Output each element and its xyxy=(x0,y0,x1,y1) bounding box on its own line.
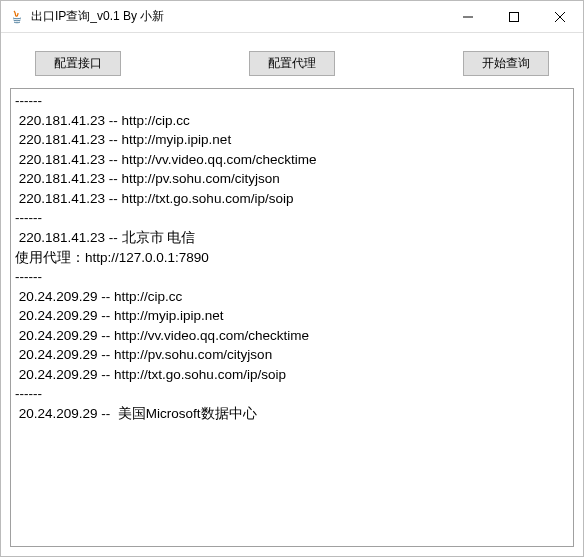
window-title: 出口IP查询_v0.1 By 小新 xyxy=(31,8,445,25)
toolbar: 配置接口 配置代理 开始查询 xyxy=(10,43,574,88)
svg-rect-1 xyxy=(510,12,519,21)
titlebar: 出口IP查询_v0.1 By 小新 xyxy=(1,1,583,33)
minimize-button[interactable] xyxy=(445,1,491,32)
window-controls xyxy=(445,1,583,32)
config-api-button[interactable]: 配置接口 xyxy=(35,51,121,76)
maximize-button[interactable] xyxy=(491,1,537,32)
close-button[interactable] xyxy=(537,1,583,32)
start-query-button[interactable]: 开始查询 xyxy=(463,51,549,76)
content-area: 配置接口 配置代理 开始查询 ------ 220.181.41.23 -- h… xyxy=(1,33,583,556)
config-proxy-button[interactable]: 配置代理 xyxy=(249,51,335,76)
output-textarea[interactable]: ------ 220.181.41.23 -- http://cip.cc 22… xyxy=(10,88,574,547)
java-icon xyxy=(9,9,25,25)
